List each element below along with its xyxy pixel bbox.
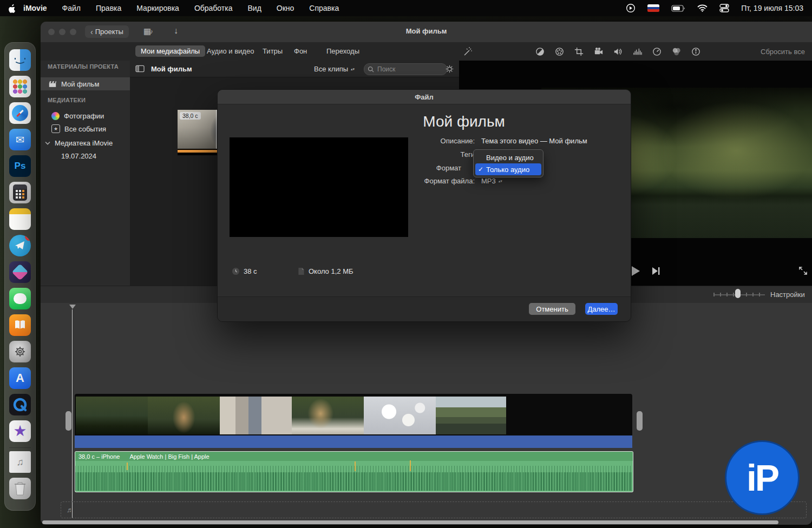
- next-button[interactable]: Далее…: [585, 303, 618, 315]
- desktop: iMovie Файл Правка Маркировка Обработка …: [0, 0, 812, 528]
- search-input[interactable]: [376, 65, 433, 74]
- volume-icon[interactable]: [612, 46, 623, 57]
- crop-icon[interactable]: [573, 46, 584, 57]
- apple-menu-icon[interactable]: [8, 4, 16, 13]
- clapperboard-icon: [48, 81, 57, 88]
- speed-icon[interactable]: [651, 46, 662, 57]
- screen-mirroring-icon[interactable]: [626, 3, 636, 13]
- cancel-button[interactable]: Отменить: [529, 303, 575, 315]
- battery-icon[interactable]: [671, 5, 685, 12]
- menu-window[interactable]: Окно: [277, 4, 294, 12]
- menu-edit[interactable]: Правка: [96, 4, 121, 12]
- clock-icon: [232, 267, 240, 275]
- sidebar-item-all-events[interactable]: ★ Все события: [41, 122, 130, 135]
- horizontal-scrollbar[interactable]: [42, 520, 778, 524]
- dock-books-icon[interactable]: [9, 314, 31, 336]
- chevron-down-icon[interactable]: [45, 141, 50, 145]
- browser-settings-gear-icon[interactable]: [445, 64, 454, 74]
- settings-button[interactable]: Настройки: [770, 291, 805, 299]
- control-center-icon[interactable]: [719, 4, 729, 12]
- input-language-flag[interactable]: [647, 4, 659, 12]
- tab-background[interactable]: Фон: [289, 45, 312, 57]
- dock-telegram-icon[interactable]: 9: [9, 235, 31, 256]
- dock-finder-icon[interactable]: [9, 49, 31, 71]
- menu-processing[interactable]: Обработка: [194, 4, 233, 12]
- noise-reduction-icon[interactable]: [632, 46, 643, 57]
- sidebar-header-project-media: МАТЕРИАЛЫ ПРОЕКТА: [48, 63, 119, 70]
- enhance-wand-icon[interactable]: [463, 46, 474, 57]
- menu-help[interactable]: Справка: [309, 4, 339, 12]
- reset-all-button[interactable]: Сбросить все: [761, 48, 805, 56]
- clip-skimmer-line: [216, 110, 217, 149]
- dock-trash-icon[interactable]: [9, 478, 31, 499]
- dock-settings-icon[interactable]: [9, 341, 31, 362]
- popup-item-video-audio[interactable]: Видео и аудио: [475, 151, 541, 163]
- popup-item-audio-only[interactable]: ✓ Только аудио: [475, 163, 541, 175]
- clip-duration-badge: 38,0 с: [180, 112, 201, 120]
- export-duration: 38 с: [232, 267, 257, 275]
- menu-view[interactable]: Вид: [247, 4, 261, 12]
- dock-app-store-icon[interactable]: A: [9, 367, 31, 389]
- timeline-thumbnail: [364, 397, 436, 434]
- tab-my-media[interactable]: Мои медиафайлы: [135, 45, 205, 57]
- file-format-dropdown[interactable]: MP3 ▴▾: [481, 177, 502, 185]
- tab-transitions[interactable]: Переходы: [321, 45, 365, 57]
- menu-bar-clock[interactable]: Пт, 19 июля 15:03: [741, 4, 803, 12]
- timeline-audio-clip[interactable]: 38,0 с – iPhone Apple Watch | Big Fish |…: [75, 451, 633, 492]
- sidebar-item-event-date[interactable]: 19.07.2024: [41, 149, 130, 162]
- updown-chevron-icon: ▴▾: [499, 180, 502, 182]
- dock-mail-icon[interactable]: ✉: [9, 129, 31, 150]
- menu-file[interactable]: Файл: [62, 4, 81, 12]
- stabilization-camera-icon[interactable]: [593, 46, 604, 57]
- photos-icon: [51, 112, 60, 120]
- timeline-thumbnail: [76, 397, 148, 434]
- dock-shortcuts-icon[interactable]: [9, 261, 31, 283]
- window-title-bar: ‹ Проекты ▦♪ ↓ Мой фильм: [41, 22, 812, 43]
- menu-app-name[interactable]: iMovie: [23, 4, 47, 12]
- checkmark-icon: ✓: [478, 166, 483, 173]
- clip-trim-handle-right[interactable]: [637, 411, 643, 431]
- clip-filter-icon[interactable]: [671, 46, 682, 57]
- dock-launchpad-icon[interactable]: [9, 76, 31, 97]
- tab-titles[interactable]: Титры: [257, 45, 288, 57]
- zoom-slider-thumb[interactable]: [735, 289, 741, 298]
- beat-marker: [410, 460, 411, 471]
- clip-trim-handle-left[interactable]: [66, 411, 71, 431]
- window-title: Мой фильм: [41, 27, 812, 35]
- dock-messages-icon[interactable]: [9, 288, 31, 309]
- color-balance-icon[interactable]: [534, 46, 545, 57]
- dock-safari-icon[interactable]: [9, 102, 31, 124]
- dock-calculator-icon[interactable]: [9, 182, 31, 203]
- beat-marker: [355, 461, 356, 471]
- clip-filter-dropdown[interactable]: Все клипы ▴▾: [314, 65, 355, 73]
- dock-imovie-icon[interactable]: ★: [9, 420, 31, 442]
- sidebar-toggle-icon[interactable]: [135, 65, 145, 72]
- dock-photoshop-icon[interactable]: Ps: [9, 155, 31, 177]
- timeline-thumbnail: [220, 397, 292, 434]
- fullscreen-icon[interactable]: [798, 266, 808, 275]
- wifi-icon[interactable]: [697, 4, 708, 12]
- timeline-video-clip[interactable]: [75, 394, 632, 448]
- sidebar-header-libraries: МЕДИАТЕКИ: [48, 97, 86, 103]
- dock-notes-icon[interactable]: [9, 208, 31, 230]
- format-label: Формат: [364, 164, 461, 172]
- info-icon[interactable]: [690, 46, 701, 57]
- menu-bar: iMovie Файл Правка Маркировка Обработка …: [0, 0, 812, 16]
- audio-clip-duration-label: 38,0 с – iPhone: [78, 453, 120, 460]
- tab-audio-video[interactable]: Аудио и видео: [201, 45, 259, 57]
- skip-to-end-button[interactable]: [651, 266, 661, 276]
- play-button[interactable]: [632, 266, 640, 276]
- description-value[interactable]: Тема этого видео — Мой фильм: [481, 137, 587, 145]
- sidebar-item-imovie-library[interactable]: Медиатека iMovie: [41, 136, 130, 149]
- dock-music-file-icon[interactable]: ♫: [9, 451, 31, 473]
- menu-marking[interactable]: Маркировка: [136, 4, 179, 12]
- playhead-handle[interactable]: [69, 305, 76, 309]
- search-field[interactable]: [364, 63, 447, 75]
- sidebar: МАТЕРИАЛЫ ПРОЕКТА Мой фильм МЕДИАТЕКИ Фо…: [41, 61, 130, 303]
- events-star-icon: ★: [51, 124, 60, 133]
- dock-quicktime-icon[interactable]: [9, 394, 31, 415]
- sidebar-item-photos[interactable]: Фотографии: [41, 109, 130, 122]
- sidebar-item-my-movie[interactable]: Мой фильм: [41, 77, 130, 90]
- background-music-well[interactable]: ♬: [61, 501, 807, 518]
- color-correction-icon[interactable]: [554, 46, 565, 57]
